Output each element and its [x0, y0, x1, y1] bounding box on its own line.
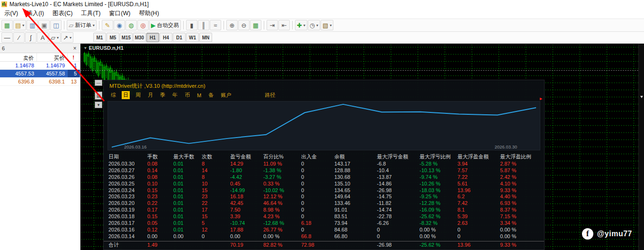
table-total-row: 合计1.4970.1982.82 %72.98-26.98-25.62 %13.…	[104, 241, 544, 249]
timeframe-mn-button[interactable]: MN	[199, 33, 212, 42]
menu-item-2[interactable]: 插入(I)	[22, 9, 48, 19]
table-cell: 2026.03.24	[108, 187, 147, 194]
timeframe-w1-button[interactable]: W1	[186, 33, 199, 42]
table-cell: 134.65	[334, 187, 377, 194]
timeframe-h1-button[interactable]: H1	[146, 33, 159, 42]
indicators-button[interactable]: ✚▾	[295, 20, 307, 30]
table-cell: 0.22	[147, 200, 173, 207]
market-watch-row[interactable]: 4557.534557.585	[0, 70, 80, 78]
timeframe-h4-button[interactable]: H4	[160, 33, 172, 42]
new-chart-button[interactable]: ▦	[1, 20, 13, 30]
table-cell: 7.57	[457, 167, 500, 174]
panel-tab-3[interactable]: 周	[134, 91, 142, 99]
new-order-button[interactable]: ▱新订单▾	[67, 20, 97, 30]
table-cell: 84.68	[334, 227, 377, 233]
menu-item-3[interactable]: 图表(C)	[48, 9, 77, 19]
timeframe-d1-button[interactable]: D1	[173, 33, 186, 42]
chart-quick-icon[interactable]: ▤	[95, 92, 102, 100]
menu-item-6[interactable]: 帮助(H)	[134, 9, 163, 19]
panel-tab-5[interactable]: 季	[159, 91, 167, 99]
table-cell: 0.08	[147, 174, 173, 181]
crosshair-line-button[interactable]: —	[1, 32, 13, 43]
table-cell: 8	[202, 161, 230, 167]
timeframe-m5-button[interactable]: M5	[107, 33, 119, 42]
line-mode-button[interactable]: ≈	[210, 20, 221, 30]
table-cell: 0.01	[173, 161, 202, 167]
shapes-button[interactable]: ▱▾	[49, 32, 61, 43]
panel-tab-6[interactable]: 年	[171, 91, 179, 99]
window-title: Markets-Live10 - EC Markets Limited - [E…	[9, 1, 149, 8]
table-cell: 2026.03.18	[108, 213, 147, 220]
community-button[interactable]: ◉	[114, 20, 125, 30]
zoom-out-icon: ⊖	[241, 22, 246, 28]
table-cell: 3.94	[457, 161, 500, 167]
periods-button[interactable]: ◷▾	[308, 20, 320, 30]
table-cell: 2.42 %	[500, 174, 540, 181]
timeframe-m15-button[interactable]: M15	[120, 33, 133, 42]
column-header: 最大浮亏金额	[377, 153, 420, 160]
zoom-in-button[interactable]: ⊕	[226, 20, 238, 30]
table-cell: 6.2	[457, 194, 500, 200]
auto-scroll-button[interactable]: ⇥	[267, 20, 278, 30]
table-cell: 46.64 %	[263, 200, 301, 207]
chart-area[interactable]: ▾ EURUSD.n,H1 — ▤ ▾ MTDriver统计 ,V3.10 (h…	[80, 44, 644, 250]
menu-item-1[interactable]: 示(V)	[0, 9, 22, 19]
panel-tab-7[interactable]: 币	[183, 91, 191, 99]
market-watch-row[interactable]: 1.146781.146791	[0, 62, 80, 70]
text-label-button[interactable]: A	[37, 32, 48, 43]
candlestick-mode-button[interactable]: ▮	[186, 20, 197, 30]
chart-shift-button[interactable]: ⇤	[278, 20, 290, 30]
autotrading-button[interactable]: ▶自动交易	[149, 20, 181, 30]
panel-tab-11[interactable]: 路径	[263, 91, 277, 99]
navigator-toggle-button[interactable]: ◫	[50, 20, 62, 30]
panel-minimize-button[interactable]: —	[95, 80, 102, 86]
table-cell: 10	[202, 181, 230, 187]
close-icon[interactable]: ×	[72, 45, 78, 52]
table-cell: 0	[301, 213, 334, 220]
panel-tab-2[interactable]: 日	[122, 91, 130, 99]
alerts-button[interactable]: ◎	[137, 20, 149, 30]
table-cell: -18.03 %	[420, 187, 457, 194]
data-window-toggle-button[interactable]: ▣	[38, 20, 50, 30]
table-cell: 143.17	[334, 161, 377, 167]
market-watch-toggle-button[interactable]: ▥	[27, 20, 38, 30]
chart-dropdown-icon[interactable]: ▾	[95, 102, 102, 108]
table-cell: -14.75	[377, 194, 420, 200]
panel-tab-9[interactable]: 备	[207, 91, 215, 99]
profiles-button[interactable]: ▤▾	[13, 20, 26, 30]
table-cell: 14	[202, 167, 230, 174]
tile-windows-button[interactable]: ▦	[250, 20, 261, 30]
trendline-button[interactable]: ∕	[13, 32, 25, 43]
timeframe-m30-button[interactable]: M30	[133, 33, 146, 42]
spread-value: 1	[68, 62, 80, 69]
channel-button[interactable]: ∫	[25, 32, 36, 43]
news-button[interactable]: ◍	[125, 20, 137, 30]
panel-tab-10[interactable]: 账户	[219, 91, 233, 99]
templates-button[interactable]: ▧▾	[321, 20, 333, 30]
channel-icon: ∫	[30, 35, 32, 41]
arrows-button[interactable]: ↗▾	[61, 32, 73, 43]
zoom-out-button[interactable]: ⊖	[238, 20, 250, 30]
panel-tab-8[interactable]: M	[196, 92, 203, 99]
panel-tab-4[interactable]: 月	[146, 91, 154, 99]
chart-scrollbar[interactable]	[638, 44, 644, 250]
table-cell: -26.98	[377, 187, 420, 194]
column-header-2: 买价	[37, 53, 68, 61]
table-cell: 4.23 %	[263, 213, 301, 220]
menu-item-4[interactable]: 工具(T)	[77, 9, 105, 19]
table-cell: 13.96	[457, 241, 500, 249]
table-cell: 7.50	[230, 207, 263, 213]
menu-item-5[interactable]: 窗口(W)	[105, 9, 134, 19]
chevron-down-icon: ▾	[316, 23, 318, 28]
templates-icon: ▧	[322, 22, 328, 28]
panel-tab-1[interactable]: 综	[109, 91, 117, 99]
table-cell: -16.09 %	[420, 207, 457, 213]
timeframe-m1-button[interactable]: M1	[93, 33, 106, 42]
market-watch-row[interactable]: 6396.86398.113	[0, 78, 80, 86]
price-level-line	[80, 70, 638, 71]
metaeditor-button[interactable]: ✎	[102, 20, 113, 30]
bar-mode-button[interactable]: ║	[198, 20, 209, 30]
table-cell: 2026.03.25	[108, 181, 147, 187]
table-cell: -4.42	[230, 174, 263, 181]
zoom-in-icon: ⊕	[229, 22, 234, 28]
